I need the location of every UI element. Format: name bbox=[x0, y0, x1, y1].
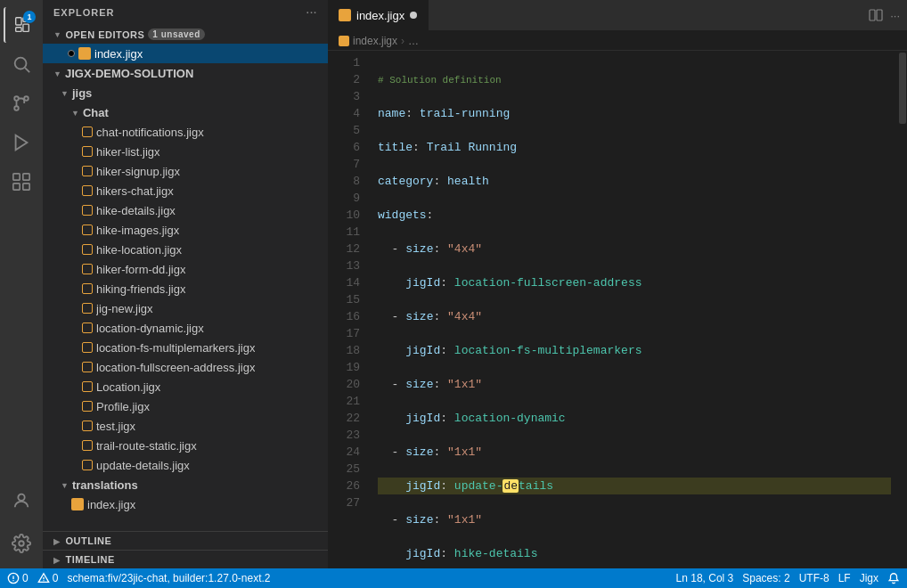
encoding-label: UTF-8 bbox=[799, 572, 829, 584]
file-hike-location[interactable]: hike-location.jigx bbox=[43, 240, 328, 259]
status-bell[interactable] bbox=[887, 572, 900, 584]
file-icon-small bbox=[82, 303, 93, 314]
file-icon-translations bbox=[71, 498, 84, 510]
file-hiker-signup[interactable]: hiker-signup.jigx bbox=[43, 161, 328, 181]
activity-badge: 1 bbox=[23, 11, 36, 23]
scrollbar[interactable] bbox=[898, 51, 907, 568]
warning-count: 0 bbox=[53, 572, 59, 584]
solution-root[interactable]: JIGX-DEMO-SOLUTION bbox=[43, 63, 328, 83]
file-hiker-list[interactable]: hiker-list.jigx bbox=[43, 142, 328, 161]
scroll-thumb bbox=[899, 53, 906, 124]
filename: location-fullscreen-address.jigx bbox=[96, 361, 255, 374]
timeline-title[interactable]: TIMELINE bbox=[43, 551, 328, 568]
file-location-fullscreen-address[interactable]: location-fullscreen-address.jigx bbox=[43, 357, 328, 377]
file-jig-new[interactable]: jig-new.jigx bbox=[43, 298, 328, 318]
eol-label: LF bbox=[838, 572, 851, 584]
status-errors[interactable]: 0 bbox=[7, 572, 29, 584]
svg-rect-13 bbox=[13, 184, 20, 190]
activity-explorer-icon[interactable]: 1 bbox=[4, 7, 39, 43]
filename: hiker-signup.jigx bbox=[96, 165, 180, 178]
line-numbers: 12345 678910 1112131415 1617181920 21222… bbox=[328, 51, 371, 568]
file-hike-images[interactable]: hike-images.jigx bbox=[43, 220, 328, 240]
svg-line-5 bbox=[25, 68, 29, 72]
file-test[interactable]: test.jigx bbox=[43, 416, 328, 436]
status-schema[interactable]: schema:fiv/23jic-chat, builder:1.27.0-ne… bbox=[67, 572, 270, 584]
sidebar-header-actions[interactable]: ··· bbox=[306, 7, 317, 18]
file-update-details[interactable]: update-details.jigx bbox=[43, 455, 328, 475]
solution-title: JIGX-DEMO-SOLUTION bbox=[65, 67, 193, 80]
translations-chevron bbox=[61, 480, 69, 490]
code-editor: 12345 678910 1112131415 1617181920 21222… bbox=[328, 51, 907, 568]
svg-rect-3 bbox=[16, 28, 21, 32]
filename: hikers-chat.jigx bbox=[96, 184, 174, 198]
status-encoding[interactable]: UTF-8 bbox=[799, 572, 829, 584]
file-translations-index[interactable]: index.jigx bbox=[43, 494, 328, 514]
file-icon-small bbox=[82, 166, 93, 176]
outline-chevron bbox=[53, 536, 61, 546]
svg-marker-9 bbox=[16, 135, 28, 151]
folder-translations[interactable]: translations bbox=[43, 475, 328, 494]
activity-account-icon[interactable] bbox=[4, 483, 39, 519]
open-editor-file-index-jigx[interactable]: index.jigx bbox=[43, 44, 328, 63]
file-location[interactable]: Location.jigx bbox=[43, 377, 328, 396]
split-editor-icon[interactable] bbox=[869, 8, 883, 23]
open-editor-filename: index.jigx bbox=[94, 47, 143, 61]
open-editors-title[interactable]: OPEN EDITORS 1 unsaved bbox=[43, 25, 328, 44]
file-hikers-chat[interactable]: hikers-chat.jigx bbox=[43, 181, 328, 200]
filename: Location.jigx bbox=[96, 380, 160, 394]
file-icon-small bbox=[82, 342, 93, 353]
outline-title[interactable]: OUTLINE bbox=[43, 532, 328, 550]
tab-label: index.jigx bbox=[356, 9, 404, 22]
breadcrumb-item: … bbox=[408, 35, 419, 47]
svg-rect-17 bbox=[877, 10, 882, 20]
svg-point-6 bbox=[14, 96, 19, 101]
folder-chat[interactable]: Chat bbox=[43, 102, 328, 122]
outline-label: OUTLINE bbox=[66, 535, 112, 546]
activity-search-icon[interactable] bbox=[4, 46, 39, 82]
filename: hike-details.jigx bbox=[96, 204, 176, 217]
activity-scm-icon[interactable] bbox=[4, 86, 39, 121]
file-icon-jigx bbox=[78, 47, 91, 60]
file-location-fs-multiplemarkers[interactable]: location-fs-multiplemarkers.jigx bbox=[43, 338, 328, 357]
svg-point-22 bbox=[43, 580, 44, 581]
status-language[interactable]: Jigx bbox=[860, 572, 878, 584]
activity-run-icon[interactable] bbox=[4, 125, 39, 160]
status-spaces[interactable]: Spaces: 2 bbox=[742, 572, 789, 584]
tabs-bar: index.jigx ··· bbox=[328, 0, 907, 31]
file-icon-small bbox=[82, 244, 93, 255]
filename: index.jigx bbox=[87, 498, 135, 511]
activity-settings-icon[interactable] bbox=[4, 526, 39, 561]
file-hiker-form-dd[interactable]: hiker-form-dd.jigx bbox=[43, 259, 328, 279]
svg-point-4 bbox=[15, 58, 27, 69]
file-icon-small bbox=[82, 127, 93, 137]
folder-jigs[interactable]: jigs bbox=[43, 83, 328, 102]
status-position[interactable]: Ln 18, Col 3 bbox=[676, 572, 734, 584]
file-hiking-friends[interactable]: hiking-friends.jigx bbox=[43, 279, 328, 298]
status-eol[interactable]: LF bbox=[838, 572, 851, 584]
svg-rect-2 bbox=[23, 24, 29, 31]
file-unsaved-dot bbox=[68, 50, 75, 57]
file-hike-details[interactable]: hike-details.jigx bbox=[43, 200, 328, 220]
file-icon-small bbox=[82, 185, 93, 196]
file-location-dynamic[interactable]: location-dynamic.jigx bbox=[43, 318, 328, 338]
tab-index-jigx[interactable]: index.jigx bbox=[328, 0, 429, 30]
language-label: Jigx bbox=[860, 572, 878, 584]
file-icon-small bbox=[82, 146, 93, 157]
status-warnings[interactable]: 0 bbox=[37, 572, 59, 584]
file-trail-route-static[interactable]: trail-route-static.jigx bbox=[43, 436, 328, 455]
timeline-chevron bbox=[53, 555, 61, 565]
breadcrumb-file-icon bbox=[339, 36, 349, 46]
code-content[interactable]: # Solution definition name: trail-runnin… bbox=[371, 51, 898, 568]
more-actions-icon[interactable]: ··· bbox=[890, 9, 900, 22]
sidebar-more-icon[interactable]: ··· bbox=[306, 7, 317, 18]
filename: hiker-form-dd.jigx bbox=[96, 263, 185, 276]
file-chat-notifications[interactable]: chat-notifications.jigx bbox=[43, 122, 328, 142]
schema-label: schema:fiv/23jic-chat, builder:1.27.0-ne… bbox=[67, 572, 270, 584]
activity-extensions-icon[interactable] bbox=[4, 164, 39, 200]
solution-chevron bbox=[53, 69, 61, 78]
file-profile[interactable]: Profile.jigx bbox=[43, 396, 328, 416]
file-icon-small bbox=[82, 440, 93, 451]
position-label: Ln 18, Col 3 bbox=[676, 572, 734, 584]
sidebar-title: EXPLORER bbox=[53, 7, 115, 18]
open-editors-label: OPEN EDITORS bbox=[65, 29, 144, 40]
